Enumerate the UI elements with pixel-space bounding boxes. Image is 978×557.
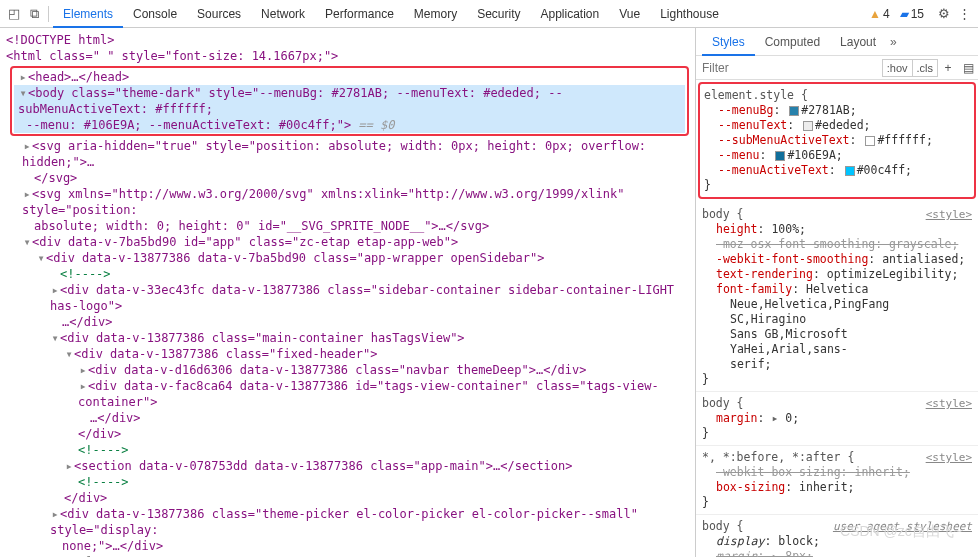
filter-input[interactable]	[696, 56, 882, 79]
source-link[interactable]: <style>	[926, 207, 972, 222]
css-rule[interactable]: <style> *, *:before, *:after { -webkit-b…	[696, 446, 978, 515]
css-prop-overridden[interactable]: -webkit-box-sizing: inherit;	[702, 465, 972, 480]
settings-icon[interactable]: ⚙	[934, 4, 954, 24]
hov-toggle[interactable]: :hov	[882, 59, 913, 77]
tab-vue[interactable]: Vue	[609, 0, 650, 28]
tab-network[interactable]: Network	[251, 0, 315, 28]
code-line[interactable]: ▸<div data-v-13877386 class="theme-picke…	[0, 506, 695, 538]
code-line[interactable]: ▸<head>…</head>	[14, 69, 685, 85]
css-prop[interactable]: --subMenuActiveText: #ffffff;	[704, 133, 970, 148]
inspect-icon[interactable]: ◰	[4, 4, 24, 24]
code-line[interactable]: absolute; width: 0; height: 0" id="__SVG…	[0, 218, 695, 234]
color-swatch[interactable]	[775, 151, 785, 161]
expand-shorthand-icon[interactable]: ▸	[771, 411, 778, 425]
code-line[interactable]: ▾<div data-v-7ba5bd90 id="app" class="zc…	[0, 234, 695, 250]
expand-arrow-icon[interactable]: ▸	[64, 458, 74, 474]
code-line[interactable]: ▾<div data-v-13877386 class="main-contai…	[0, 330, 695, 346]
css-prop[interactable]: height: height: 100%;100%;	[702, 222, 972, 237]
tab-security[interactable]: Security	[467, 0, 530, 28]
code-line[interactable]: <!---->	[0, 266, 695, 282]
code-line[interactable]: ▸<div data-v-d16d6306 data-v-13877386 cl…	[0, 362, 695, 378]
tab-styles[interactable]: Styles	[702, 28, 755, 56]
expand-arrow-icon[interactable]: ▸	[78, 378, 88, 394]
css-prop-overridden[interactable]: margin: ▸ 8px;	[702, 549, 972, 557]
styles-body[interactable]: element.style { --menuBg: #2781AB; --men…	[696, 80, 978, 557]
color-swatch[interactable]	[845, 166, 855, 176]
color-swatch[interactable]	[789, 106, 799, 116]
code-line[interactable]: ▸<svg xmlns="http://www.w3.org/2000/svg"…	[0, 186, 695, 218]
more-tabs-icon[interactable]: »	[890, 35, 897, 49]
code-line[interactable]: ▸<section data-v-078753dd data-v-1387738…	[0, 458, 695, 474]
code-line[interactable]: …</div>	[0, 410, 695, 426]
expand-arrow-icon[interactable]: ▸	[22, 186, 32, 202]
css-prop[interactable]: --menuActiveText: #00c4ff;	[704, 163, 970, 178]
expand-arrow-icon[interactable]: ▸	[50, 282, 60, 298]
css-prop-overridden[interactable]: -moz-osx-font-smoothing: grayscale;	[702, 237, 972, 252]
code-line[interactable]: <!DOCTYPE html>	[0, 32, 695, 48]
info-badge[interactable]: ▰15	[900, 7, 924, 21]
tab-memory[interactable]: Memory	[404, 0, 467, 28]
code-line[interactable]: </div>	[0, 426, 695, 442]
css-prop[interactable]: box-sizing: inherit;	[702, 480, 972, 495]
expand-arrow-icon[interactable]: ▸	[22, 138, 32, 154]
css-prop[interactable]: text-rendering: optimizeLegibility;	[702, 267, 972, 282]
tab-elements[interactable]: Elements	[53, 0, 123, 28]
expand-arrow-icon[interactable]: ▸	[18, 69, 28, 85]
code-line[interactable]: <html class=" " style="font-size: 14.166…	[0, 48, 695, 64]
rule-close: }	[702, 372, 972, 387]
kebab-menu-icon[interactable]: ⋮	[954, 4, 974, 24]
css-rule[interactable]: <style> body { margin: ▸ 0; }	[696, 392, 978, 446]
tab-sources[interactable]: Sources	[187, 0, 251, 28]
code-line[interactable]: none;">…</div>	[0, 538, 695, 554]
code-line[interactable]: …</div>	[0, 314, 695, 330]
css-prop[interactable]: --menuBg: #2781AB;	[704, 103, 970, 118]
code-line[interactable]: ▸<div data-v-fac8ca64 data-v-13877386 id…	[0, 378, 695, 410]
css-rule-ua[interactable]: user agent stylesheet body { display: bl…	[696, 515, 978, 557]
css-prop[interactable]: --menu: #106E9A;	[704, 148, 970, 163]
tab-computed[interactable]: Computed	[755, 28, 830, 56]
expand-arrow-icon[interactable]: ▸	[78, 362, 88, 378]
css-prop[interactable]: font-family: Helvetica	[702, 282, 972, 297]
device-toggle-icon[interactable]: ⧉	[24, 4, 44, 24]
code-line[interactable]: ▾<div data-v-13877386 data-v-7ba5bd90 cl…	[0, 250, 695, 266]
warnings-badge[interactable]: ▲4	[869, 7, 890, 21]
selected-node[interactable]: --menu: #106E9A; --menuActiveText: #00c4…	[14, 117, 685, 133]
selected-node[interactable]: ▾<body class="theme-dark" style="--menuB…	[14, 85, 685, 117]
color-swatch[interactable]	[803, 121, 813, 131]
tab-console[interactable]: Console	[123, 0, 187, 28]
panel-menu-icon[interactable]: ▤	[958, 61, 978, 75]
code-line[interactable]: ▾<div data-v-13877386 class="fixed-heade…	[0, 346, 695, 362]
css-prop[interactable]: margin: ▸ 0;	[702, 411, 972, 426]
tab-performance[interactable]: Performance	[315, 0, 404, 28]
code-line[interactable]: <!---->	[0, 442, 695, 458]
code-line[interactable]: <!---->	[0, 474, 695, 490]
css-prop[interactable]: --menuText: #ededed;	[704, 118, 970, 133]
code-line[interactable]: ▸<svg aria-hidden="true" style="position…	[0, 138, 695, 170]
expand-arrow-icon[interactable]: ▾	[36, 250, 46, 266]
css-prop-cont[interactable]: Neue,Helvetica,PingFang SC,Hiragino	[702, 297, 972, 327]
expand-arrow-icon[interactable]: ▾	[64, 346, 74, 362]
cls-toggle[interactable]: .cls	[913, 59, 939, 77]
color-swatch[interactable]	[865, 136, 875, 146]
tab-layout[interactable]: Layout	[830, 28, 886, 56]
source-link[interactable]: <style>	[926, 450, 972, 465]
tab-application[interactable]: Application	[531, 0, 610, 28]
code-line[interactable]: </div>	[0, 490, 695, 506]
expand-arrow-icon[interactable]: ▾	[18, 85, 28, 101]
expand-arrow-icon[interactable]: ▾	[50, 330, 60, 346]
css-prop-cont[interactable]: Sans GB,Microsoft YaHei,Arial,sans-	[702, 327, 972, 357]
code-line[interactable]: </svg>	[0, 170, 695, 186]
css-rule[interactable]: <style> body { height: height: 100%;100%…	[696, 203, 978, 392]
selector[interactable]: element.style {	[704, 88, 970, 103]
code-line[interactable]: ▸<div data-v-33ec43fc data-v-13877386 cl…	[0, 282, 695, 314]
css-prop[interactable]: display: block;	[702, 534, 972, 549]
elements-tree[interactable]: <!DOCTYPE html> <html class=" " style="f…	[0, 28, 695, 557]
css-prop[interactable]: -webkit-font-smoothing: antialiased;	[702, 252, 972, 267]
filter-row: :hov .cls + ▤	[696, 56, 978, 80]
expand-arrow-icon[interactable]: ▾	[22, 234, 32, 250]
source-link[interactable]: <style>	[926, 396, 972, 411]
new-rule-button[interactable]: +	[938, 61, 958, 75]
css-prop-cont[interactable]: serif;	[702, 357, 972, 372]
tab-lighthouse[interactable]: Lighthouse	[650, 0, 729, 28]
expand-arrow-icon[interactable]: ▸	[50, 506, 60, 522]
